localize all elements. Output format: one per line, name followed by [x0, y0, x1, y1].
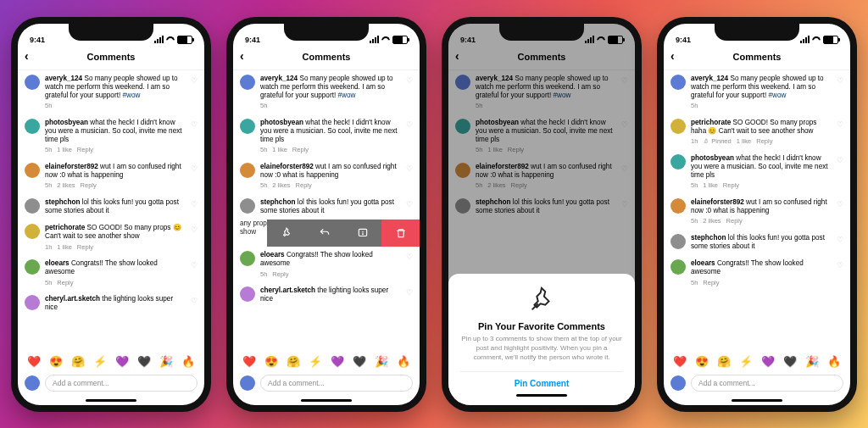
comment-username[interactable]: elaineforster892	[476, 163, 531, 170]
comment-row[interactable]: photosbyean what the heck! I didn't know…	[18, 114, 204, 158]
reply-button[interactable]: Reply	[296, 181, 312, 189]
like-icon[interactable]: ♡	[621, 119, 628, 130]
likes-count[interactable]: 1 like	[487, 146, 503, 153]
comment-row[interactable]: petrichorate SO GOOD! So many props haha…	[664, 114, 850, 150]
emoji-option[interactable]: 🤗	[717, 355, 731, 368]
pin-action[interactable]	[267, 220, 305, 247]
like-icon[interactable]: ♡	[191, 295, 198, 306]
comment-username[interactable]: averyk_124	[691, 75, 730, 82]
comment-row[interactable]: stephchon lol this looks fun! you gotta …	[664, 230, 850, 256]
comment-row[interactable]: stephchon lol this looks fun! you gotta …	[18, 194, 204, 220]
likes-count[interactable]: 1 like	[272, 146, 287, 153]
emoji-option[interactable]: 🔥	[827, 355, 841, 368]
home-indicator[interactable]	[732, 399, 782, 402]
comment-username[interactable]: eloears	[260, 251, 287, 258]
like-icon[interactable]: ♡	[837, 234, 843, 245]
back-button[interactable]: ‹	[455, 49, 459, 63]
comment-row[interactable]: averyk_124 So many people showed up to w…	[664, 70, 850, 114]
reply-button[interactable]: Reply	[57, 279, 73, 286]
comment-row[interactable]: elaineforster892 wut I am so confused ri…	[448, 158, 635, 194]
emoji-option[interactable]: 😍	[49, 355, 63, 368]
emoji-option[interactable]: 🖤	[353, 355, 366, 368]
emoji-option[interactable]: ❤️	[673, 355, 687, 368]
emoji-option[interactable]: 🎉	[805, 355, 819, 368]
like-icon[interactable]: ♡	[837, 198, 843, 209]
likes-count[interactable]: 2 likes	[487, 181, 505, 189]
emoji-option[interactable]: ❤️	[27, 355, 41, 368]
reply-button[interactable]: Reply	[756, 137, 772, 145]
emoji-option[interactable]: 🖤	[137, 355, 151, 368]
comments-list[interactable]: averyk_124 So many people showed up to w…	[18, 70, 204, 352]
comment-row[interactable]: stephchon lol this looks fun! you gotta …	[233, 194, 420, 220]
comment-username[interactable]: stephchon	[476, 198, 513, 206]
emoji-option[interactable]: 🎉	[159, 355, 173, 368]
emoji-option[interactable]: 💜	[115, 355, 129, 368]
like-icon[interactable]: ♡	[406, 119, 413, 130]
likes-count[interactable]: 1 like	[57, 146, 72, 153]
home-indicator[interactable]	[301, 399, 352, 402]
back-button[interactable]: ‹	[25, 49, 29, 63]
likes-count[interactable]: 2 likes	[272, 181, 290, 189]
like-icon[interactable]: ♡	[837, 154, 843, 165]
reply-button[interactable]: Reply	[511, 181, 527, 189]
emoji-option[interactable]: 🤗	[71, 355, 85, 368]
like-icon[interactable]: ♡	[191, 198, 198, 209]
likes-count[interactable]: 2 likes	[57, 181, 75, 189]
comments-list[interactable]: averyk_124 So many people showed up to w…	[664, 70, 850, 352]
back-button[interactable]: ‹	[240, 49, 244, 63]
reply-button[interactable]: Reply	[726, 217, 743, 225]
comment-row[interactable]: cheryl.art.sketch the lighting looks sup…	[18, 291, 204, 317]
comment-row[interactable]: eloears Congrats!! The show looked aweso…	[18, 255, 204, 291]
comment-username[interactable]: petrichorate	[691, 119, 733, 126]
like-icon[interactable]: ♡	[406, 198, 413, 209]
reply-button[interactable]: Reply	[703, 279, 719, 286]
comment-username[interactable]: cheryl.art.sketch	[45, 295, 102, 303]
comment-username[interactable]: elaineforster892	[45, 163, 100, 170]
comment-row[interactable]: eloears Congrats!! The show looked aweso…	[233, 247, 420, 282]
home-indicator[interactable]	[516, 394, 567, 397]
comments-list[interactable]: averyk_124 So many people showed up to w…	[233, 70, 420, 352]
comment-username[interactable]: stephchon	[691, 234, 728, 242]
hashtag-link[interactable]: #wow	[553, 92, 570, 99]
pin-comment-button[interactable]: Pin Comment	[460, 371, 623, 392]
back-button[interactable]: ‹	[670, 49, 675, 63]
hashtag-link[interactable]: #wow	[768, 92, 786, 99]
comment-row[interactable]: elaineforster892 wut I am so confused ri…	[233, 158, 420, 194]
reply-button[interactable]: Reply	[81, 181, 97, 189]
emoji-option[interactable]: 🔥	[397, 355, 410, 368]
like-icon[interactable]: ♡	[191, 75, 198, 86]
emoji-option[interactable]: ❤️	[242, 355, 256, 368]
reply-button[interactable]: Reply	[723, 181, 739, 189]
comment-row[interactable]: cheryl.art.sketch the lighting looks sup…	[233, 282, 420, 308]
comment-username[interactable]: eloears	[45, 259, 71, 267]
emoji-option[interactable]: 🔥	[181, 355, 195, 368]
like-icon[interactable]: ♡	[621, 163, 628, 174]
comment-username[interactable]: photosbyean	[45, 119, 90, 126]
comment-username[interactable]: stephchon	[260, 198, 298, 206]
like-icon[interactable]: ♡	[191, 259, 198, 270]
comment-row[interactable]: elaineforster892 wut I am so confused ri…	[664, 194, 850, 230]
comment-row[interactable]: averyk_124 So many people showed up to w…	[18, 70, 204, 114]
comment-username[interactable]: photosbyean	[476, 119, 520, 126]
likes-count[interactable]: 2 likes	[703, 217, 721, 225]
like-icon[interactable]: ♡	[406, 286, 413, 297]
comment-username[interactable]: photosbyean	[691, 154, 736, 162]
reply-button[interactable]: Reply	[77, 146, 93, 153]
like-icon[interactable]: ♡	[406, 75, 413, 86]
like-icon[interactable]: ♡	[191, 119, 198, 130]
likes-count[interactable]: 1 like	[737, 137, 752, 145]
report-action[interactable]	[343, 220, 381, 247]
comment-username[interactable]: averyk_124	[260, 75, 299, 82]
like-icon[interactable]: ♡	[406, 251, 413, 262]
emoji-quickbar[interactable]: ❤️😍🤗⚡💜🖤🎉🔥	[233, 352, 420, 371]
emoji-option[interactable]: ⚡	[309, 355, 322, 368]
comment-username[interactable]: elaineforster892	[260, 163, 315, 170]
comment-row[interactable]: photosbyean what the heck! I didn't know…	[233, 114, 420, 158]
comment-username[interactable]: cheryl.art.sketch	[260, 286, 317, 294]
emoji-option[interactable]: 😍	[695, 355, 709, 368]
like-icon[interactable]: ♡	[621, 75, 628, 86]
like-icon[interactable]: ♡	[191, 163, 198, 174]
like-icon[interactable]: ♡	[621, 198, 628, 209]
home-indicator[interactable]	[86, 399, 136, 402]
emoji-option[interactable]: 💜	[761, 355, 775, 368]
